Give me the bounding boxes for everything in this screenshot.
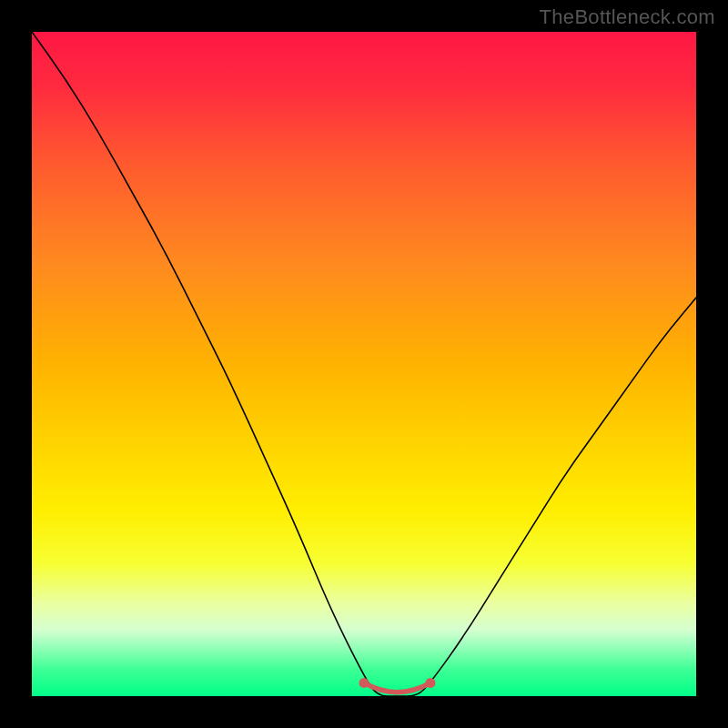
plot-area — [32, 32, 696, 696]
chart-frame: TheBottleneck.com — [0, 0, 728, 728]
bottleneck-chart — [32, 32, 696, 696]
valley-dot-right — [426, 678, 436, 688]
watermark-text: TheBottleneck.com — [540, 5, 715, 29]
valley-dot-left — [359, 678, 369, 688]
gradient-bg — [32, 32, 696, 696]
